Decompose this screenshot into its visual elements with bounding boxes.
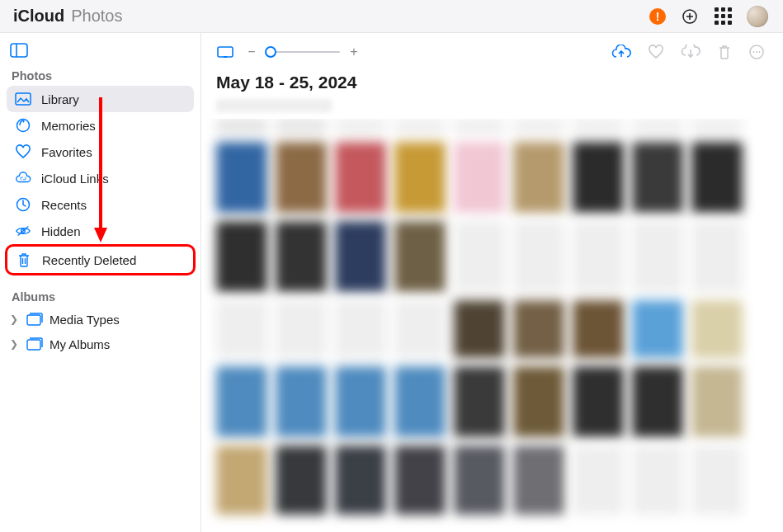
photo-thumbnail[interactable] [454, 445, 505, 515]
photo-thumbnail[interactable] [216, 445, 267, 515]
photo-thumbnail[interactable] [454, 300, 505, 358]
photo-thumbnail[interactable] [573, 142, 624, 213]
section-header-albums: Albums [7, 287, 194, 307]
photo-thumbnail[interactable] [454, 119, 505, 134]
photo-thumbnail[interactable] [513, 445, 564, 515]
photo-thumbnail[interactable] [454, 142, 505, 213]
photo-thumbnail[interactable] [573, 366, 624, 437]
photo-thumbnail[interactable] [216, 366, 267, 437]
photo-thumbnail[interactable] [394, 221, 446, 292]
photo-thumbnail[interactable] [513, 221, 564, 292]
zoom-track[interactable] [266, 51, 340, 53]
photo-thumbnail[interactable] [216, 142, 267, 213]
sidebar-item-hidden[interactable]: Hidden [7, 218, 194, 244]
sidebar-item-recents[interactable]: Recents [7, 191, 194, 218]
zoom-thumb[interactable] [265, 46, 276, 58]
photo-thumbnail[interactable] [276, 119, 327, 134]
photo-thumbnail[interactable] [632, 366, 683, 437]
photo-thumbnail[interactable] [394, 366, 446, 437]
subtitle-redacted [216, 99, 332, 112]
photo-thumbnail[interactable] [513, 142, 564, 213]
album-icon [26, 336, 43, 352]
sidebar-item-memories[interactable]: Memories [7, 112, 194, 139]
zoom-slider[interactable]: − + [246, 45, 360, 59]
photo-thumbnail[interactable] [394, 445, 446, 515]
photo-thumbnail[interactable] [216, 119, 267, 134]
chevron-right-icon: ❯ [8, 338, 20, 350]
photo-thumbnail[interactable] [573, 119, 624, 134]
photo-thumbnail[interactable] [691, 445, 743, 515]
sidebar-item-icloud-links[interactable]: iCloud Links [7, 165, 194, 191]
app-launcher-button[interactable] [714, 7, 732, 26]
top-bar: iCloud Photos ! [0, 0, 783, 33]
photo-thumbnail[interactable] [335, 221, 386, 292]
photo-thumbnail[interactable] [394, 142, 446, 213]
photo-thumbnail[interactable] [513, 300, 564, 358]
photo-thumbnail[interactable] [691, 119, 743, 134]
photo-thumbnail[interactable] [276, 221, 327, 292]
aspect-toggle-button[interactable] [216, 45, 234, 59]
svg-rect-3 [11, 44, 27, 57]
cloud-upload-icon [611, 45, 631, 59]
svg-rect-11 [27, 315, 40, 325]
photo-thumbnail[interactable] [276, 142, 327, 213]
topbar-actions: ! [649, 6, 768, 27]
eye-slash-icon [15, 223, 31, 239]
sidebar-item-my-albums[interactable]: ❯ My Albums [7, 332, 194, 356]
photo-thumbnail[interactable] [276, 300, 327, 358]
photo-thumbnail[interactable] [513, 366, 564, 437]
trash-outline-icon [717, 44, 732, 60]
photo-thumbnail[interactable] [216, 221, 267, 292]
account-avatar[interactable] [747, 6, 768, 27]
svg-point-18 [759, 51, 761, 53]
photo-thumbnail[interactable] [573, 445, 624, 515]
sidebar-item-media-types[interactable]: ❯ Media Types [7, 307, 194, 332]
photo-thumbnail[interactable] [335, 119, 386, 134]
photo-thumbnail[interactable] [691, 300, 743, 358]
sidebar-item-label: Recently Deleted [42, 253, 136, 267]
zoom-out-button[interactable]: − [246, 45, 257, 59]
brand-primary: iCloud [13, 7, 64, 26]
upload-button[interactable] [611, 45, 631, 59]
photo-thumbnail[interactable] [632, 142, 683, 213]
sidebar-item-label: Memories [41, 119, 96, 133]
photo-thumbnail[interactable] [632, 119, 683, 134]
create-button[interactable] [681, 7, 699, 26]
photo-thumbnail[interactable] [513, 119, 564, 134]
zoom-in-button[interactable]: + [348, 45, 360, 59]
photo-thumbnail[interactable] [573, 300, 624, 358]
photo-thumbnail[interactable] [454, 221, 505, 292]
photo-thumbnail[interactable] [394, 300, 446, 358]
photo-grid[interactable] [201, 119, 783, 532]
delete-button[interactable] [717, 44, 732, 60]
photo-thumbnail[interactable] [573, 221, 624, 292]
photo-thumbnail[interactable] [632, 221, 683, 292]
sidebar-item-recently-deleted[interactable]: Recently Deleted [5, 244, 196, 275]
photo-thumbnail[interactable] [632, 300, 683, 358]
photo-thumbnail[interactable] [276, 366, 327, 437]
favorite-button[interactable] [648, 45, 664, 59]
album-icon [26, 311, 43, 327]
sidebar-item-library[interactable]: Library [7, 86, 194, 112]
more-button[interactable] [748, 44, 765, 60]
photo-thumbnail[interactable] [454, 366, 505, 437]
photo-thumbnail[interactable] [335, 142, 386, 213]
chevron-right-icon: ❯ [8, 313, 20, 325]
photo-thumbnail[interactable] [632, 445, 683, 515]
svg-rect-12 [27, 340, 40, 350]
photo-thumbnail[interactable] [691, 142, 743, 213]
photo-thumbnail[interactable] [216, 300, 267, 358]
sidebar-item-favorites[interactable]: Favorites [7, 139, 194, 165]
photo-thumbnail[interactable] [691, 366, 743, 437]
download-button[interactable] [681, 45, 700, 59]
svg-rect-13 [218, 47, 233, 57]
photo-thumbnail[interactable] [276, 445, 327, 515]
svg-point-17 [756, 51, 757, 53]
photo-thumbnail[interactable] [335, 366, 386, 437]
photo-thumbnail[interactable] [394, 119, 446, 134]
alert-badge-icon[interactable]: ! [649, 8, 666, 25]
photo-thumbnail[interactable] [691, 221, 743, 292]
photo-thumbnail[interactable] [335, 445, 386, 515]
photo-thumbnail[interactable] [335, 300, 386, 358]
sidebar-toggle-button[interactable] [10, 43, 194, 58]
